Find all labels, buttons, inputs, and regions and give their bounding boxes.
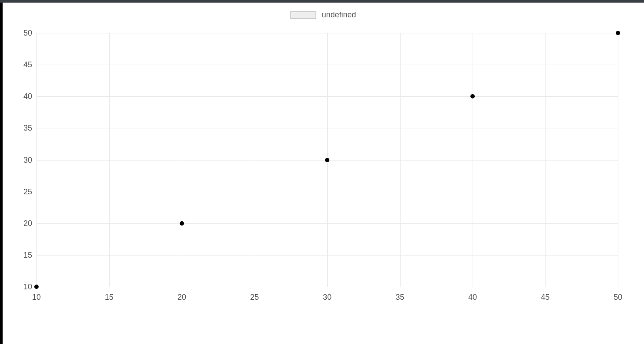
x-tick-label: 15	[105, 293, 113, 302]
y-tick-label: 10	[19, 282, 32, 292]
legend-swatch	[290, 11, 316, 19]
gridline-horizontal	[36, 255, 618, 256]
y-tick-label: 20	[19, 219, 32, 228]
gridline-horizontal	[36, 192, 618, 192]
data-point	[325, 158, 329, 162]
gridline-horizontal	[36, 223, 618, 224]
x-tick-label: 30	[323, 293, 332, 302]
x-tick-label: 10	[32, 293, 41, 302]
x-tick-label: 20	[177, 293, 186, 302]
y-tick-label: 50	[19, 29, 32, 38]
data-point	[34, 285, 39, 289]
y-tick-label: 30	[19, 155, 32, 164]
gridline-horizontal	[36, 287, 618, 287]
gridline-horizontal	[36, 65, 618, 65]
legend-label: undefined	[322, 10, 356, 20]
gridline-vertical	[618, 33, 618, 287]
y-tick-label: 25	[19, 187, 32, 196]
x-tick-label: 50	[614, 293, 622, 302]
y-tick-label: 45	[19, 60, 32, 69]
x-tick-label: 25	[250, 293, 259, 302]
data-point	[470, 94, 475, 98]
y-tick-label: 35	[19, 124, 32, 133]
data-point	[180, 221, 184, 226]
x-tick-label: 35	[395, 293, 404, 302]
chart-container: undefined 101520253035404550101520253035…	[3, 3, 644, 344]
x-tick-label: 45	[541, 293, 549, 302]
gridline-horizontal	[36, 128, 618, 128]
gridline-horizontal	[36, 33, 618, 33]
x-tick-label: 40	[468, 293, 477, 302]
data-point	[616, 31, 620, 35]
y-tick-label: 15	[19, 250, 32, 259]
plot-area: 101520253035404550101520253035404550	[36, 33, 618, 287]
y-tick-label: 40	[19, 92, 32, 101]
chart-legend: undefined	[3, 10, 644, 20]
gridline-horizontal	[36, 96, 618, 97]
